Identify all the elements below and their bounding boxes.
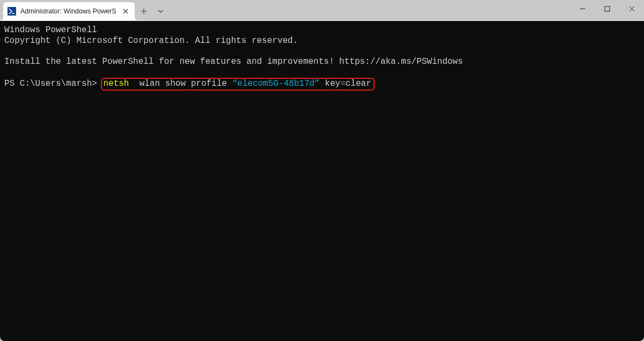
output-line: Copyright (C) Microsoft Corporation. All… [4, 36, 298, 46]
close-icon [629, 6, 635, 12]
chevron-down-icon [158, 9, 163, 14]
cmd-token: “elecom5G-48b17d” [232, 79, 319, 88]
plus-icon [141, 8, 147, 14]
close-window-button[interactable] [619, 0, 644, 17]
cmd-token: wlan show profile [129, 79, 232, 88]
command-highlight: netsh wlan show profile “elecom5G-48b17d… [101, 78, 374, 91]
cmd-token: clear [346, 79, 371, 88]
maximize-icon [604, 6, 610, 12]
titlebar[interactable]: Administrator: Windows PowerS [0, 0, 644, 20]
close-tab-button[interactable] [121, 6, 130, 16]
tab-powershell[interactable]: Administrator: Windows PowerS [3, 2, 135, 20]
tab-title: Administrator: Windows PowerS [20, 8, 116, 15]
prompt: PS C:\Users\marsh> [4, 79, 102, 88]
cmd-token: netsh [103, 79, 129, 88]
cmd-token: key [320, 79, 340, 88]
powershell-icon [8, 7, 16, 16]
minimize-button[interactable] [570, 0, 595, 17]
svg-rect-2 [605, 6, 610, 11]
maximize-button[interactable] [595, 0, 619, 17]
cmd-token: = [340, 79, 346, 88]
window-controls [570, 0, 644, 20]
minimize-icon [580, 6, 586, 12]
new-tab-dropdown[interactable] [153, 2, 168, 20]
output-line: Windows PowerShell [4, 25, 97, 35]
terminal-output[interactable]: Windows PowerShell Copyright (C) Microso… [0, 20, 644, 341]
close-icon [123, 9, 128, 14]
output-line: Install the latest PowerShell for new fe… [4, 57, 463, 66]
window: Administrator: Windows PowerS Windows Po… [0, 0, 644, 341]
